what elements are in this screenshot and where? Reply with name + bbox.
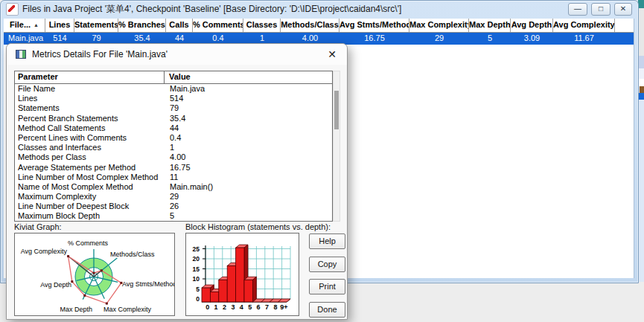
- copy-button[interactable]: Copy: [309, 257, 345, 272]
- svg-text:Max Depth: Max Depth: [60, 306, 92, 313]
- column-header-comments[interactable]: % Comments: [193, 19, 243, 32]
- column-header-lines[interactable]: Lines: [45, 19, 74, 32]
- param-row-maximum-complexity: Maximum Complexity29: [15, 192, 332, 202]
- svg-text:5: 5: [248, 303, 252, 311]
- sort-ascending-icon: ▲: [34, 22, 39, 28]
- dialog-icon: [16, 50, 26, 59]
- param-row-lines: Lines514: [15, 94, 332, 103]
- close-button[interactable]: ✕: [614, 3, 632, 16]
- dialog-titlebar[interactable]: Metrics Details For File 'Main.java' ✕: [7, 44, 347, 65]
- dialog-title: Metrics Details For File 'Main.java': [32, 49, 168, 59]
- param-name: Line Number of Deepest Block: [15, 202, 165, 211]
- block-histogram-label: Block Histogram (statements vs. depth):: [185, 222, 331, 231]
- svg-text:15: 15: [193, 265, 200, 273]
- cell-max-depth: 5: [469, 33, 511, 45]
- param-value: 44: [165, 123, 332, 133]
- param-name: Maximum Complexity: [15, 192, 165, 202]
- column-header-avg-stmts-method[interactable]: Avg Stmts/Method: [339, 19, 409, 32]
- param-name: Line Number of Most Complex Method: [15, 173, 165, 182]
- param-row-maximum-block-depth: Maximum Block Depth5: [15, 211, 332, 221]
- svg-text:% Comments: % Comments: [68, 239, 109, 247]
- svg-text:6: 6: [257, 303, 261, 311]
- param-name: Percent Lines with Comments: [15, 133, 165, 143]
- param-value: 1: [165, 143, 332, 152]
- files-table-header: File...▲LinesStatements% BranchesCalls% …: [4, 19, 634, 33]
- svg-text:1: 1: [214, 303, 218, 311]
- screen: Files in Java Project '菜单4', Checkpoint …: [0, 0, 644, 322]
- param-row-methods-per-class: Methods per Class4.00: [15, 152, 332, 162]
- param-name: Percent Branch Statements: [15, 114, 165, 123]
- maximize-button[interactable]: □: [591, 3, 610, 16]
- param-row-file-name: File NameMain.java: [15, 84, 332, 94]
- cell-avg-depth: 3.09: [511, 33, 553, 45]
- param-value: 514: [165, 94, 332, 103]
- param-value: 11: [165, 173, 332, 182]
- window-controls: — □ ✕: [568, 3, 632, 16]
- print-button[interactable]: Print: [309, 279, 345, 294]
- param-name: Methods per Class: [15, 152, 165, 162]
- background-window-fragment: [640, 86, 644, 93]
- app-icon: [6, 3, 19, 16]
- params-scrollbar[interactable]: [333, 71, 340, 222]
- svg-text:25: 25: [193, 245, 200, 253]
- metrics-details-dialog: Metrics Details For File 'Main.java' ✕ P…: [6, 43, 348, 320]
- param-name: Lines: [15, 94, 165, 103]
- column-header-classes[interactable]: Classes: [243, 19, 281, 32]
- param-value: 4.00: [165, 152, 332, 162]
- svg-text:8: 8: [273, 303, 277, 311]
- param-name: File Name: [15, 84, 165, 94]
- svg-text:Avg Complexity: Avg Complexity: [21, 248, 68, 255]
- svg-text:0: 0: [196, 295, 200, 303]
- dialog-close-icon[interactable]: ✕: [324, 46, 340, 62]
- parameter-column-header: Parameter: [15, 71, 165, 83]
- svg-text:Max Complexity: Max Complexity: [103, 306, 152, 313]
- cell-avg-stmts-method: 16.75: [339, 33, 409, 45]
- column-header-max-complexity[interactable]: Max Complexity: [409, 19, 469, 32]
- column-header-methods-class[interactable]: Methods/Class: [281, 19, 339, 32]
- background-window-fragment: [638, 0, 644, 8]
- cell-max-complexity: 29: [409, 33, 469, 45]
- param-value: 35.4: [165, 114, 332, 123]
- param-row-percent-branch-statements: Percent Branch Statements35.4: [15, 114, 332, 123]
- param-value: Main.main(): [165, 182, 332, 192]
- help-button[interactable]: Help: [309, 234, 345, 249]
- param-value: 79: [165, 103, 332, 113]
- param-row-line-number-of-most-complex-method: Line Number of Most Complex Method11: [15, 173, 332, 182]
- column-header-avg-complexity[interactable]: Avg Complexity: [553, 19, 615, 32]
- param-name: Average Statements per Method: [15, 163, 165, 173]
- window-titlebar[interactable]: Files in Java Project '菜单4', Checkpoint …: [1, 1, 638, 18]
- param-row-classes-and-interfaces: Classes and Interfaces1: [15, 143, 332, 152]
- column-header-statements[interactable]: Statements: [74, 19, 118, 32]
- param-value: Main.java: [165, 84, 332, 94]
- param-name: Maximum Block Depth: [15, 211, 165, 221]
- window-title: Files in Java Project '菜单4', Checkpoint …: [22, 3, 401, 16]
- svg-text:Methods/Class: Methods/Class: [110, 251, 155, 258]
- column-header-max-depth[interactable]: Max Depth: [469, 19, 511, 32]
- column-header-calls[interactable]: Calls: [166, 19, 193, 32]
- cell-avg-complexity: 11.67: [553, 33, 615, 45]
- param-row-name-of-most-complex-method: Name of Most Complex MethodMain.main(): [15, 182, 332, 192]
- param-name: Statements: [15, 103, 165, 113]
- params-scrollbar-thumb[interactable]: [334, 91, 339, 129]
- svg-text:Avg Stmts/Method: Avg Stmts/Method: [122, 280, 174, 288]
- column-header-branches[interactable]: % Branches: [118, 19, 166, 32]
- column-header-avg-depth[interactable]: Avg Depth: [511, 19, 553, 32]
- param-value: 5: [165, 211, 332, 221]
- minimize-button[interactable]: —: [568, 3, 587, 16]
- value-column-header: Value: [165, 71, 332, 83]
- done-button[interactable]: Done: [309, 302, 345, 318]
- column-header-file[interactable]: File...▲: [4, 19, 45, 32]
- svg-text:20: 20: [193, 255, 200, 263]
- svg-text:7: 7: [265, 303, 269, 311]
- param-row-method-call-statements: Method Call Statements44: [15, 123, 332, 133]
- svg-text:4: 4: [240, 303, 243, 311]
- kiviat-graph: % CommentsMethods/ClassAvg Stmts/MethodM…: [14, 233, 175, 316]
- param-row-percent-lines-with-comments: Percent Lines with Comments0.4: [15, 133, 332, 143]
- parameters-table: Parameter Value File NameMain.javaLines5…: [14, 71, 333, 222]
- block-histogram-chart: 05101520250123456789+: [185, 233, 299, 316]
- svg-text:3: 3: [231, 303, 235, 311]
- param-row-statements: Statements79: [15, 103, 332, 113]
- svg-text:5: 5: [196, 286, 200, 293]
- param-name: Classes and Interfaces: [15, 143, 165, 152]
- parameters-table-header: Parameter Value: [15, 71, 332, 84]
